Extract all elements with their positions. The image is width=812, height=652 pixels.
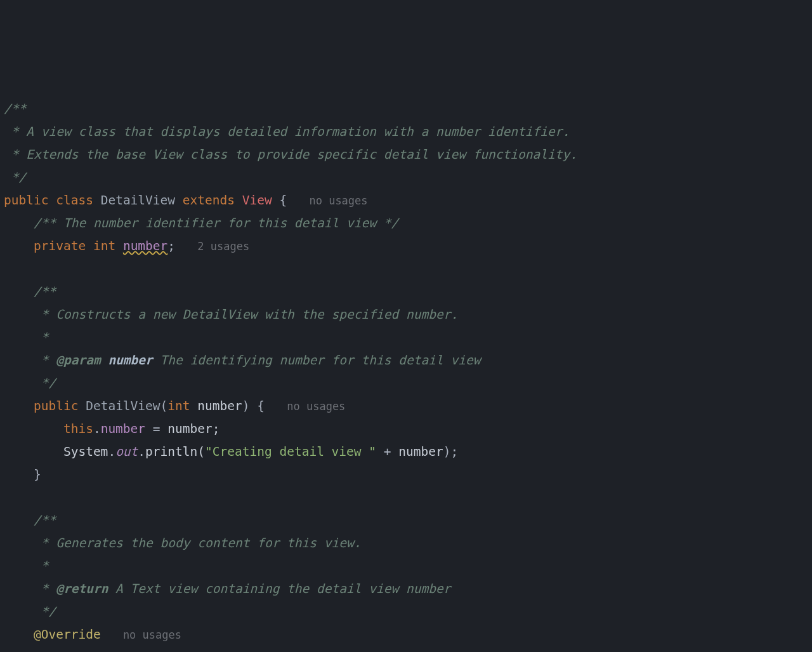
javadoc-line: /** bbox=[4, 513, 56, 528]
javadoc-line: * A view class that displays detailed in… bbox=[4, 124, 570, 139]
javadoc-line: * Extends the base View class to provide… bbox=[4, 147, 577, 162]
variable-ref: number; bbox=[167, 422, 219, 436]
javadoc-line: /** bbox=[4, 284, 56, 299]
javadoc-tag-return: @return bbox=[56, 582, 108, 596]
constructor-name[interactable]: DetailView bbox=[86, 399, 160, 413]
usages-hint[interactable]: no usages bbox=[123, 629, 181, 641]
variable-ref: number bbox=[398, 444, 443, 459]
operator-eq: = bbox=[145, 422, 167, 436]
dot: . bbox=[108, 444, 115, 459]
javadoc-line: * Generates the body content for this vi… bbox=[4, 536, 362, 550]
paren-close-brace: ) { bbox=[242, 399, 265, 413]
paren-open: ( bbox=[160, 399, 168, 413]
usages-hint[interactable]: 2 usages bbox=[197, 240, 249, 253]
javadoc-line: */ bbox=[4, 376, 56, 390]
paren-close-semi: ); bbox=[443, 444, 458, 459]
field-ref[interactable]: number bbox=[101, 422, 145, 436]
annotation-override[interactable]: @Override bbox=[34, 627, 101, 642]
javadoc-line: /** bbox=[4, 102, 26, 116]
class-name[interactable]: DetailView bbox=[101, 193, 175, 208]
keyword-int: int bbox=[167, 399, 190, 413]
javadoc-star: * bbox=[4, 582, 56, 596]
static-field-out[interactable]: out bbox=[115, 444, 138, 459]
javadoc-star: * bbox=[4, 353, 56, 368]
operator-plus: + bbox=[376, 444, 398, 459]
semicolon: ; bbox=[167, 239, 175, 253]
keyword-class: class bbox=[56, 193, 93, 208]
brace-close: } bbox=[4, 467, 41, 482]
dot: . bbox=[93, 422, 101, 436]
javadoc-line: */ bbox=[4, 604, 56, 619]
field-number[interactable]: number bbox=[123, 239, 167, 253]
keyword-public: public bbox=[4, 193, 48, 208]
brace: { bbox=[272, 193, 287, 208]
usages-hint[interactable]: no usages bbox=[309, 194, 367, 207]
method-call-println[interactable]: println( bbox=[145, 444, 205, 459]
string-literal: "Creating detail view " bbox=[205, 444, 376, 459]
param-name: number bbox=[197, 399, 242, 413]
javadoc-line: * bbox=[4, 330, 48, 345]
javadoc-tag-param: @param bbox=[56, 353, 100, 368]
javadoc-param-name: number bbox=[108, 353, 152, 368]
dot: . bbox=[138, 444, 145, 459]
code-editor[interactable]: /** * A view class that displays detaile… bbox=[4, 98, 808, 652]
javadoc-text: A Text view containing the detail view n… bbox=[108, 582, 450, 596]
class-ref-system[interactable]: System bbox=[63, 444, 108, 459]
javadoc-line: */ bbox=[4, 170, 26, 185]
javadoc-text: The identifying number for this detail v… bbox=[153, 353, 481, 368]
keyword-private: private bbox=[34, 239, 86, 253]
javadoc-line: * bbox=[4, 559, 48, 573]
javadoc-line: * Constructs a new DetailView with the s… bbox=[4, 307, 458, 322]
usages-hint[interactable]: no usages bbox=[287, 400, 345, 413]
javadoc-line: /** The number identifier for this detai… bbox=[4, 216, 398, 230]
superclass-name[interactable]: View bbox=[242, 193, 272, 208]
keyword-int: int bbox=[93, 239, 115, 253]
keyword-extends: extends bbox=[183, 193, 235, 208]
keyword-public: public bbox=[34, 399, 78, 413]
keyword-this: this bbox=[63, 422, 93, 436]
